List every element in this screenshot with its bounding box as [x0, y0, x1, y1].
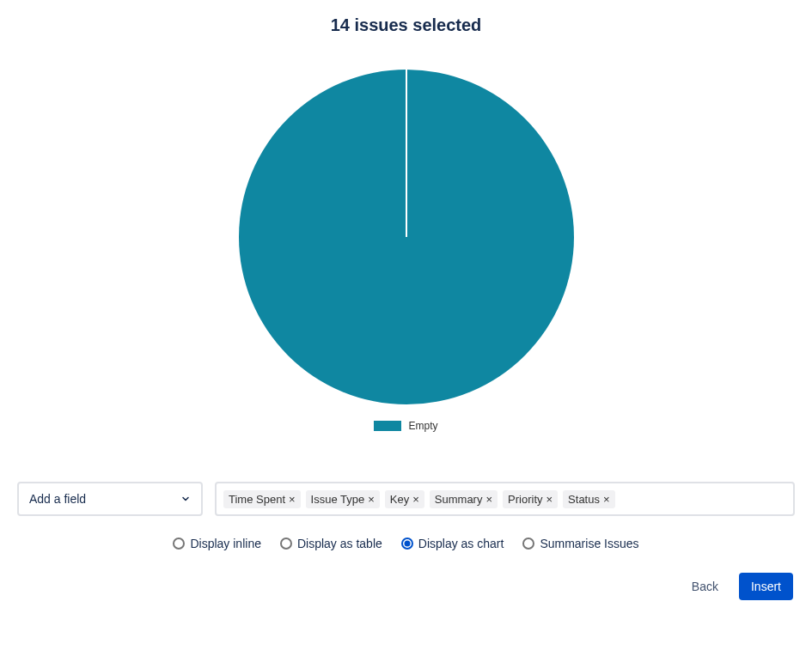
radio-icon	[522, 538, 534, 550]
legend-swatch-empty	[374, 421, 401, 431]
field-chip: Status×	[563, 490, 614, 508]
display-option-label: Display as chart	[418, 537, 504, 550]
display-option[interactable]: Summarise Issues	[522, 537, 638, 550]
chevron-down-icon	[180, 494, 191, 504]
selected-fields-box[interactable]: Time Spent×Issue Type×Key×Summary×Priori…	[215, 482, 795, 516]
add-field-dropdown[interactable]: Add a field	[17, 482, 203, 516]
field-chip: Time Spent×	[223, 490, 301, 508]
display-option[interactable]: Display inline	[173, 537, 260, 550]
display-option[interactable]: Display as chart	[401, 537, 504, 550]
field-chip-label: Priority	[508, 493, 542, 506]
field-chip-label: Key	[390, 493, 409, 506]
remove-chip-icon[interactable]: ×	[485, 494, 492, 505]
insert-button[interactable]: Insert	[739, 573, 793, 600]
pie-divider	[406, 70, 407, 237]
remove-chip-icon[interactable]: ×	[546, 494, 553, 505]
chart-legend: Empty	[374, 420, 437, 432]
remove-chip-icon[interactable]: ×	[603, 494, 610, 505]
page-title: 14 issues selected	[17, 15, 795, 35]
legend-label-empty: Empty	[408, 420, 437, 432]
field-chip-label: Summary	[435, 493, 483, 506]
display-option[interactable]: Display as table	[280, 537, 382, 550]
display-option-label: Summarise Issues	[540, 537, 638, 550]
add-field-placeholder: Add a field	[29, 492, 86, 506]
remove-chip-icon[interactable]: ×	[412, 494, 419, 505]
display-option-label: Display inline	[190, 537, 260, 550]
field-chip-label: Time Spent	[229, 493, 285, 506]
pie-chart	[239, 70, 574, 404]
field-chip: Issue Type×	[306, 490, 380, 508]
remove-chip-icon[interactable]: ×	[368, 494, 375, 505]
field-chip: Key×	[385, 490, 424, 508]
radio-icon	[401, 538, 413, 550]
radio-icon	[173, 538, 185, 550]
remove-chip-icon[interactable]: ×	[289, 494, 296, 505]
field-chip: Summary×	[430, 490, 498, 508]
display-mode-row: Display inlineDisplay as tableDisplay as…	[17, 537, 795, 550]
display-option-label: Display as table	[297, 537, 382, 550]
field-chip-label: Issue Type	[311, 493, 365, 506]
radio-icon	[280, 538, 292, 550]
field-chip: Priority×	[503, 490, 558, 508]
chart-area: Empty	[17, 70, 795, 432]
field-chip-label: Status	[568, 493, 600, 506]
back-button[interactable]: Back	[687, 574, 723, 598]
